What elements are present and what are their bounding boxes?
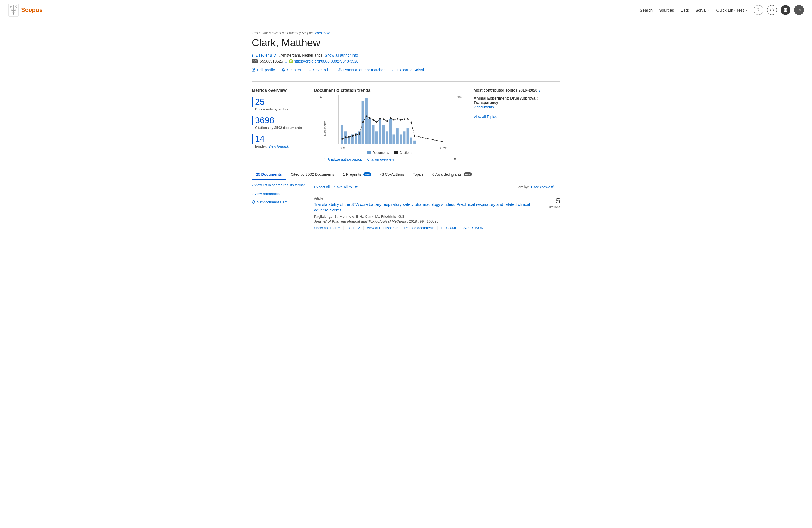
author-ids-row: SC 55568513625 ℹ iD https://orcid.org/00… xyxy=(252,59,560,63)
svg-rect-26 xyxy=(379,119,381,144)
svg-point-41 xyxy=(355,134,357,136)
sort-label: Sort by: xyxy=(516,185,529,189)
chart-actions: Analyze author output Citation overview xyxy=(328,157,452,161)
svg-point-45 xyxy=(369,117,371,119)
svg-point-52 xyxy=(393,119,395,121)
svg-rect-4 xyxy=(786,9,786,10)
view-at-publisher-button[interactable]: View at Publisher ↗ xyxy=(367,226,398,230)
nav-search[interactable]: Search xyxy=(640,8,653,12)
main-content: This author profile is generated by Scop… xyxy=(244,20,568,240)
chevron-right-icon: › xyxy=(252,183,253,187)
topics-section: Most contributed Topics 2016–2020 ℹ Anim… xyxy=(474,88,560,161)
tab-preprints[interactable]: 1 Preprints New xyxy=(338,170,375,180)
view-hgraph-link[interactable]: View h-graph xyxy=(269,144,289,148)
svg-rect-27 xyxy=(382,125,385,143)
citations-count: 5 xyxy=(539,197,560,205)
citations-label-doc: Citations xyxy=(539,205,560,209)
chart-x-start: 1993 xyxy=(338,146,345,150)
chart-legend: Documents Citations xyxy=(328,151,452,155)
svg-rect-5 xyxy=(784,11,785,11)
nav-scival[interactable]: SciVal xyxy=(695,8,710,12)
citation-overview-link[interactable]: Citation overview xyxy=(367,157,394,161)
show-all-author-info-link[interactable]: Show all author info xyxy=(325,53,358,57)
svg-rect-31 xyxy=(396,128,399,143)
sort-chevron-icon[interactable]: ⌄ xyxy=(557,184,560,189)
preprints-new-badge: New xyxy=(363,172,371,176)
show-abstract-button[interactable]: Show abstract xyxy=(314,226,340,230)
svg-rect-28 xyxy=(386,131,388,143)
svg-point-51 xyxy=(390,117,391,119)
potential-matches-button[interactable]: Potential author matches xyxy=(338,68,386,72)
svg-rect-35 xyxy=(410,138,412,143)
export-all-link[interactable]: Export all xyxy=(314,185,330,189)
sc-info-icon[interactable]: ℹ xyxy=(285,59,287,63)
svg-rect-25 xyxy=(375,131,378,143)
building-icon-button[interactable] xyxy=(781,5,791,15)
chart-wrapper: Documents 4 0 182 0 xyxy=(328,95,452,161)
onecate-button[interactable]: 1Cate ↗ xyxy=(347,226,360,230)
view-all-topics-link[interactable]: View all Topics xyxy=(474,115,560,118)
topic-title: Animal Experiment; Drug Approval; Transp… xyxy=(474,96,560,105)
analyze-author-link[interactable]: Analyze author output xyxy=(328,157,362,161)
documents-value: 25 xyxy=(252,97,306,107)
sc-badge: SC xyxy=(252,59,258,63)
tab-awarded-grants[interactable]: 0 Awarded grants Beta xyxy=(428,170,476,180)
doc-actions: Show abstract | 1Cate ↗ | View at Publis… xyxy=(314,226,534,230)
tab-topics[interactable]: Topics xyxy=(408,170,428,180)
hindex-label: h-index: View h-graph xyxy=(252,144,306,148)
svg-rect-36 xyxy=(413,141,416,143)
user-avatar[interactable]: JG xyxy=(794,5,804,15)
set-alert-button[interactable]: Set alert xyxy=(281,68,301,72)
chart-title: Document & citation trends xyxy=(314,88,466,93)
set-document-alert-link[interactable]: Set document alert xyxy=(252,200,306,204)
learn-more-link[interactable]: Learn more xyxy=(314,31,330,35)
svg-point-39 xyxy=(348,136,350,138)
nav-quicklink[interactable]: Quick Link Test xyxy=(716,8,747,12)
view-list-link[interactable]: › View list in search results format xyxy=(252,183,306,188)
solr-json-button[interactable]: SOLR JSON xyxy=(463,226,483,230)
topics-info-icon[interactable]: ℹ xyxy=(539,89,540,93)
svg-point-44 xyxy=(366,115,367,117)
svg-rect-23 xyxy=(368,119,371,144)
elsevier-tree-logo xyxy=(8,3,19,17)
metrics-section: Metrics overview 25 Documents by author … xyxy=(252,88,560,161)
topic-docs-link[interactable]: 2 documents xyxy=(474,105,494,109)
citations-value: 3698 xyxy=(252,116,306,125)
svg-rect-34 xyxy=(407,128,409,143)
main-nav: Search Sources Lists SciVal Quick Link T… xyxy=(640,8,747,12)
affiliation-link[interactable]: Elsevier B.V. xyxy=(255,53,277,57)
sort-area: Sort by: Date (newest) ⌄ xyxy=(516,184,560,189)
bell-icon-button[interactable] xyxy=(767,5,777,15)
tab-coauthors[interactable]: 43 Co-Authors xyxy=(375,170,408,180)
svg-rect-32 xyxy=(400,134,402,143)
metrics-overview: Metrics overview 25 Documents by author … xyxy=(252,88,306,161)
author-affiliation-row: ℹ Elsevier B.V. , Amsterdam, Netherlands… xyxy=(252,53,560,57)
svg-rect-6 xyxy=(786,11,786,11)
tab-documents[interactable]: 25 Documents xyxy=(252,170,286,180)
svg-point-48 xyxy=(379,118,381,120)
help-icon-button[interactable]: ? xyxy=(754,5,763,15)
doc-title[interactable]: Translatability of the S7A core battery … xyxy=(314,201,534,213)
scopus-id: 55568513625 xyxy=(260,59,283,63)
tab-cited-by[interactable]: Cited by 3502 Documents xyxy=(286,170,338,180)
related-documents-button[interactable]: Related documents xyxy=(404,226,434,230)
save-to-list-button[interactable]: Save to list xyxy=(307,68,331,72)
edit-profile-button[interactable]: Edit profile xyxy=(252,68,275,72)
nav-sources[interactable]: Sources xyxy=(659,8,674,12)
scopus-logo-text[interactable]: Scopus xyxy=(21,6,43,14)
svg-rect-24 xyxy=(372,125,375,143)
doc-xml-button[interactable]: DOC XML xyxy=(441,226,457,230)
export-scival-button[interactable]: Export to SciVal xyxy=(392,68,424,72)
view-references-link[interactable]: › View references xyxy=(252,191,306,196)
hindex-value: 14 xyxy=(252,134,306,143)
save-all-to-list-link[interactable]: Save all to list xyxy=(334,185,357,189)
chart-y-max-right: 182 xyxy=(458,96,462,99)
orcid-link[interactable]: https://orcid.org/0000-0002-9348-3528 xyxy=(294,59,359,63)
doc-list-actions: Export all Save all to list xyxy=(314,185,358,189)
documents-metric: 25 Documents by author xyxy=(252,97,306,111)
chart-y-zero-left: 0 xyxy=(324,158,325,161)
topics-heading: Most contributed Topics 2016–2020 ℹ xyxy=(474,88,560,95)
sort-value[interactable]: Date (newest) xyxy=(531,185,555,189)
legend-documents-box xyxy=(367,151,371,154)
nav-lists[interactable]: Lists xyxy=(680,8,689,12)
